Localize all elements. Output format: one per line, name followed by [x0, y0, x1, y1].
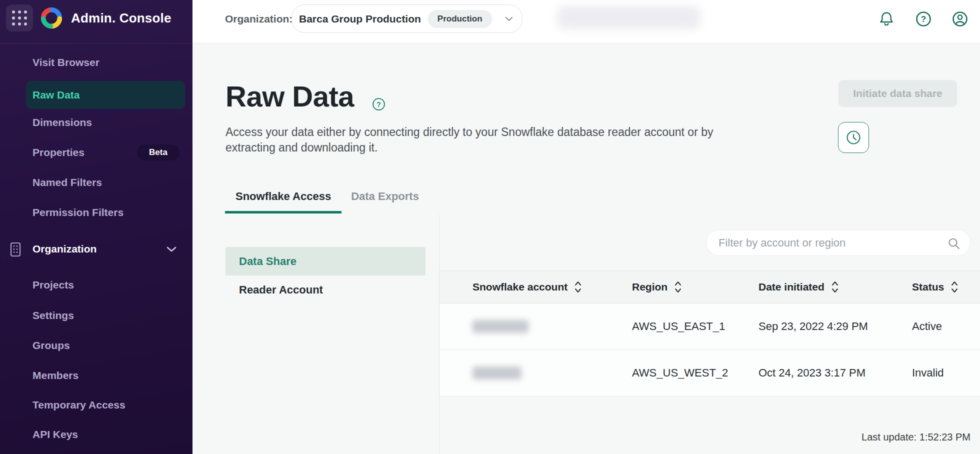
clock-icon	[845, 129, 862, 146]
sort-icon[interactable]	[950, 280, 958, 294]
filter-field	[706, 230, 970, 256]
organization-label: Organization:	[225, 13, 292, 25]
brand-logo-icon	[37, 4, 66, 32]
sidebar-item-dimensions[interactable]: Dimensions	[32, 115, 92, 130]
sidebar-item-named-filters[interactable]: Named Filters	[32, 175, 102, 190]
page-title: Raw Data	[226, 80, 354, 113]
initiate-data-share-button[interactable]: Initiate data share	[838, 80, 957, 107]
sidebar-item-members[interactable]: Members	[32, 368, 78, 383]
sort-icon[interactable]	[574, 280, 582, 294]
environment-badge: Production	[428, 10, 492, 28]
tab-data-exports[interactable]: Data Exports	[351, 190, 419, 211]
chevron-down-icon	[505, 16, 513, 22]
page-title-help-icon[interactable]: ?	[372, 98, 386, 111]
tab-snowflake-access[interactable]: Snowflake Access	[225, 190, 342, 214]
svg-text:?: ?	[376, 100, 381, 108]
column-header-region[interactable]: Region	[632, 271, 682, 303]
sidebar-header: Admin. Console	[0, 0, 192, 44]
sort-icon[interactable]	[831, 280, 839, 294]
column-header-date-initiated[interactable]: Date initiated	[758, 271, 839, 303]
topbar: Organization: Barca Group Production Pro…	[192, 0, 980, 44]
cell-status: Invalid	[912, 350, 944, 396]
table-row[interactable]: AWS_US_EAST_1 Sep 23, 2022 4:29 PM Activ…	[440, 304, 980, 350]
grid-dots-icon	[12, 10, 27, 26]
page-description-line1: Access your data either by connecting di…	[226, 124, 714, 140]
search-icon[interactable]	[947, 236, 961, 250]
column-header-snowflake-account[interactable]: Snowflake account	[472, 271, 582, 303]
beta-badge: Beta	[137, 144, 180, 160]
cell-region: AWS_US_WEST_2	[632, 350, 728, 396]
redacted-topbar-content	[558, 6, 700, 29]
organization-selector[interactable]: Barca Group Production Production	[292, 4, 522, 33]
cell-date-initiated: Oct 24, 2023 3:17 PM	[758, 350, 866, 396]
sort-icon[interactable]	[674, 280, 682, 294]
help-icon[interactable]: ?	[915, 10, 932, 28]
sidebar-item-groups[interactable]: Groups	[32, 338, 70, 353]
cell-date-initiated: Sep 23, 2022 4:29 PM	[758, 304, 868, 350]
main-content: Raw Data ? Access your data either by co…	[192, 44, 980, 454]
table-header-row: Snowflake account Region Date initiated	[440, 270, 980, 304]
cell-snowflake-account	[472, 304, 528, 350]
cell-status: Active	[912, 304, 942, 350]
sidebar-item-projects[interactable]: Projects	[32, 278, 74, 292]
sidebar-item-api-keys[interactable]: API Keys	[32, 427, 78, 442]
sidebar-item-temporary-access[interactable]: Temporary Access	[32, 398, 126, 412]
table-row[interactable]: AWS_US_WEST_2 Oct 24, 2023 3:17 PM Inval…	[440, 350, 980, 396]
sidebar-item-organization[interactable]: Organization	[32, 242, 96, 256]
subnav-item-reader-account[interactable]: Reader Account	[226, 276, 426, 304]
filter-input[interactable]	[706, 230, 970, 256]
sidebar-item-visit-browser[interactable]: Visit Browser	[32, 55, 100, 70]
sidebar-item-settings[interactable]: Settings	[32, 308, 74, 323]
sidebar-item-raw-data-label: Raw Data	[32, 88, 80, 102]
sidebar-item-properties[interactable]: Properties	[32, 145, 84, 160]
data-share-table: Snowflake account Region Date initiated	[440, 270, 980, 396]
chevron-down-icon[interactable]	[166, 246, 176, 252]
app-grid-icon[interactable]	[6, 4, 33, 32]
page-description: Access your data either by connecting di…	[226, 124, 714, 156]
cell-snowflake-account	[472, 350, 522, 396]
cell-region: AWS_US_EAST_1	[632, 304, 725, 350]
sidebar-item-raw-data[interactable]: Raw Data	[26, 81, 185, 109]
organization-name: Barca Group Production	[299, 13, 421, 25]
sidebar-item-permission-filters[interactable]: Permission Filters	[32, 205, 124, 220]
history-clock-button[interactable]	[838, 122, 869, 153]
app-title: Admin. Console	[71, 10, 172, 26]
subnav-item-data-share[interactable]: Data Share	[226, 247, 426, 276]
column-header-status[interactable]: Status	[912, 271, 958, 303]
notifications-bell-icon[interactable]	[878, 10, 895, 28]
redacted-account-value	[472, 366, 522, 380]
organization-building-icon	[8, 242, 22, 258]
svg-text:?: ?	[921, 14, 926, 24]
redacted-account-value	[472, 320, 528, 333]
sidebar: Admin. Console Visit Browser Raw Data Di…	[0, 0, 192, 454]
page-description-line2: extracting and downloading it.	[226, 140, 714, 156]
last-update-timestamp: Last update: 1:52:23 PM	[862, 432, 970, 443]
tab-bar: Snowflake Access Data Exports	[225, 190, 419, 214]
account-icon[interactable]	[952, 10, 968, 28]
